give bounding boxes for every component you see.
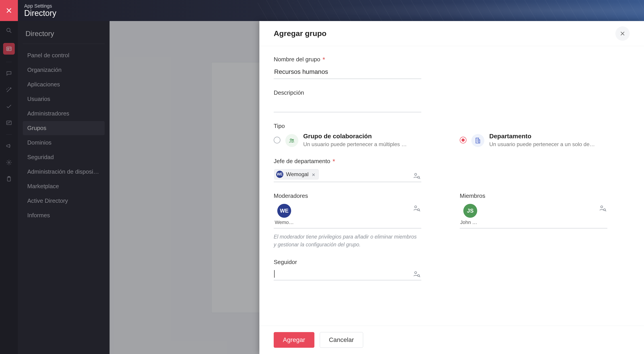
close-icon [5, 7, 12, 14]
radio-dept[interactable] [460, 137, 466, 143]
chip-name: Wemogal [286, 171, 308, 177]
collab-icon-wrap [285, 134, 298, 147]
modal-scrim[interactable]: Agregar grupo Nombre del grupo * Descrip… [0, 21, 644, 354]
people-icon [288, 137, 295, 144]
svg-point-10 [414, 173, 416, 175]
avatar: JS [463, 204, 477, 218]
row-mods-members: Moderadores WE Wemo… El moderador tiene … [274, 192, 630, 248]
field-follower: Seguidor [274, 259, 630, 280]
svg-point-15 [604, 209, 606, 211]
label-follower: Seguidor [274, 259, 630, 266]
text-caret [274, 270, 274, 278]
header-titles: App Settings Directory [24, 3, 56, 18]
add-group-panel: Agregar grupo Nombre del grupo * Descrip… [260, 21, 644, 354]
field-moderators: Moderadores WE Wemo… El moderador tiene … [274, 192, 444, 248]
remove-icon [311, 173, 316, 177]
svg-point-16 [414, 272, 416, 274]
label-group-name-text: Nombre del grupo [274, 56, 320, 63]
type-option-collab[interactable]: Grupo de colaboración Un usuario puede p… [274, 133, 444, 147]
dept-icon-wrap [471, 134, 484, 147]
chip-avatar: WE [276, 171, 283, 178]
label-description: Descripción [274, 89, 630, 96]
header-title: Directory [24, 9, 56, 18]
input-follower[interactable] [274, 269, 421, 280]
label-dept-head-text: Jefe de departamento [274, 158, 330, 165]
label-description-text: Descripción [274, 89, 304, 96]
moderator-helper: El moderador tiene privilegios para añad… [274, 233, 417, 248]
label-follower-text: Seguidor [274, 259, 297, 266]
field-type: Tipo Grupo de colaboración Un usuario pu… [274, 123, 630, 147]
user-picker-button[interactable] [599, 204, 606, 212]
user-search-icon [413, 270, 420, 278]
dept-title: Departamento [489, 133, 630, 140]
header-close-button[interactable] [0, 0, 18, 21]
type-options-row: Grupo de colaboración Un usuario puede p… [274, 133, 630, 147]
collab-title: Grupo de colaboración [303, 133, 444, 140]
panel-footer: Agregar Cancelar [260, 325, 644, 354]
user-search-icon [413, 172, 420, 179]
dept-texts: Departamento Un usuario puede pertenecer… [489, 133, 630, 147]
chip-remove-button[interactable] [311, 172, 316, 177]
header-eyebrow: App Settings [24, 3, 56, 9]
panel-title: Agregar grupo [274, 29, 326, 38]
user-search-icon [599, 204, 606, 212]
label-type-text: Tipo [274, 123, 285, 130]
chip-dept-head: WE Wemogal [274, 169, 319, 179]
label-group-name: Nombre del grupo * [274, 56, 630, 63]
svg-point-14 [600, 206, 603, 208]
field-group-name: Nombre del grupo * [274, 56, 630, 79]
input-moderators[interactable]: WE Wemo… [274, 202, 421, 228]
panel-close-button[interactable] [616, 27, 630, 41]
svg-point-12 [414, 206, 416, 208]
user-picker-button[interactable] [413, 172, 420, 179]
label-type: Tipo [274, 123, 630, 130]
svg-rect-9 [476, 138, 479, 143]
user-picker-button[interactable] [413, 204, 420, 212]
avatar: WE [277, 204, 291, 218]
dept-desc: Un usuario puede pertenecer a un solo de… [489, 141, 630, 147]
panel-header: Agregar grupo [260, 21, 644, 46]
input-group-name[interactable] [274, 66, 421, 79]
svg-point-7 [290, 139, 292, 141]
collab-desc: Un usuario puede pertenecer a múltiples … [303, 141, 444, 147]
label-members: Miembros [460, 192, 630, 199]
input-members[interactable]: JS John S… [460, 202, 607, 228]
input-description[interactable] [274, 99, 421, 112]
close-icon [620, 31, 626, 37]
svg-point-13 [418, 209, 420, 211]
label-moderators: Moderadores [274, 192, 444, 199]
required-icon: * [322, 56, 325, 63]
avatar-name: John S… [460, 219, 480, 225]
avatar-name: Wemo… [274, 219, 294, 225]
panel-body: Nombre del grupo * Descripción Tipo [260, 46, 644, 325]
label-members-text: Miembros [460, 192, 485, 199]
type-option-dept[interactable]: Departamento Un usuario puede pertenecer… [460, 133, 630, 147]
field-description: Descripción [274, 89, 630, 112]
app-header: App Settings Directory [0, 0, 644, 21]
field-members: Miembros JS John S… [460, 192, 630, 248]
label-dept-head: Jefe de departamento * [274, 158, 630, 165]
user-picker-button[interactable] [413, 270, 420, 278]
radio-collab[interactable] [274, 137, 280, 143]
collab-texts: Grupo de colaboración Un usuario puede p… [303, 133, 444, 147]
input-dept-head[interactable]: WE Wemogal [274, 168, 421, 182]
svg-point-8 [292, 139, 294, 141]
field-dept-head: Jefe de departamento * WE Wemogal [274, 158, 630, 182]
cancel-button[interactable]: Cancelar [320, 332, 363, 348]
member-item: JS John S… [460, 204, 480, 225]
required-icon: * [332, 158, 335, 165]
svg-point-11 [418, 176, 420, 178]
label-moderators-text: Moderadores [274, 192, 308, 199]
building-icon [474, 137, 481, 144]
moderator-item: WE Wemo… [274, 204, 294, 225]
user-search-icon [413, 204, 420, 212]
add-button[interactable]: Agregar [274, 332, 314, 348]
svg-point-17 [418, 274, 420, 277]
